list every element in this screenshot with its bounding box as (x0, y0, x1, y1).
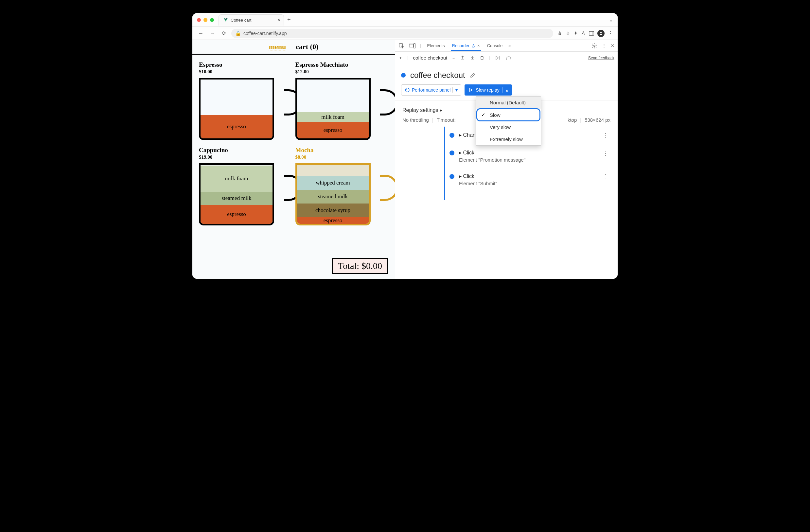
svg-rect-0 (589, 31, 594, 35)
tab-elements[interactable]: Elements (426, 43, 446, 48)
step-title: ▸ Click (459, 173, 596, 179)
devtools-panel: | Elements Recorder × Console » ⋮ ✕ ＋ | (395, 40, 618, 279)
replay-settings-heading[interactable]: Replay settings ▸ (402, 107, 442, 113)
more-tabs-icon[interactable]: » (508, 43, 511, 48)
replay-option-extremely-slow[interactable]: Extremely slow (476, 133, 541, 145)
replay-caret-icon[interactable]: ▴ (502, 87, 508, 93)
url-text: coffee-cart.netlify.app (243, 31, 287, 36)
close-dot[interactable] (197, 18, 201, 22)
product-price: $12.00 (295, 69, 389, 75)
product-card[interactable]: Cappucino $19.00 espressosteamed milkmil… (199, 147, 292, 225)
step-menu-icon[interactable]: ⋮ (601, 149, 611, 157)
profile-avatar[interactable] (597, 30, 604, 37)
recording-select-chevron-icon[interactable]: ⌄ (452, 55, 455, 60)
max-dot[interactable] (210, 18, 214, 22)
devtools-menu-icon[interactable]: ⋮ (602, 43, 606, 48)
new-tab-button[interactable]: + (287, 16, 291, 23)
min-dot[interactable] (204, 18, 207, 22)
replay-option-very-slow[interactable]: Very slow (476, 121, 541, 133)
product-name: Cappucino (199, 147, 292, 154)
labs-icon[interactable] (581, 31, 586, 36)
replay-option-normal[interactable]: Normal (Default) (476, 97, 541, 109)
cup-layer: milk foam (200, 165, 273, 192)
step-menu-icon[interactable]: ⋮ (601, 132, 611, 139)
edit-title-icon[interactable] (470, 72, 476, 78)
product-name: Espresso Macchiato (295, 61, 389, 68)
secure-lock-icon: 🔒 (235, 31, 241, 36)
traffic-lights (197, 18, 214, 22)
product-card[interactable]: Espresso Macchiato $12.00 espressomilk f… (295, 61, 389, 140)
tab-close-icon[interactable]: × (277, 17, 280, 23)
devtools-close-icon[interactable]: ✕ (611, 43, 614, 48)
svg-point-2 (600, 32, 602, 33)
cup-layer: steamed milk (200, 192, 273, 205)
replay-speed-dropdown: Normal (Default) ✓Slow Very slow Extreme… (476, 96, 541, 146)
cup-layer: espresso (297, 122, 369, 139)
timeline-dot-icon (450, 150, 454, 156)
svg-rect-5 (414, 44, 416, 48)
nav-cart-link[interactable]: cart (0) (296, 43, 318, 51)
product-card[interactable]: Espresso $10.00 espresso (199, 61, 292, 140)
recording-title: coffee checkout (410, 71, 465, 80)
continue-icon[interactable] (495, 55, 501, 61)
timeline-step[interactable]: ▸ Click Element "Promotion message" ⋮ (402, 149, 611, 163)
timeline-step[interactable]: ▸ Click Element "Submit" ⋮ (402, 173, 611, 186)
device-toggle-icon[interactable] (409, 43, 416, 48)
performance-panel-button[interactable]: Performance panel ▾ (401, 84, 461, 96)
cup-layer: espresso (200, 115, 273, 139)
nav-menu-link[interactable]: menu (269, 43, 286, 51)
cup-handle (380, 175, 395, 201)
viewport-dims: 538×624 px (585, 117, 611, 123)
replay-option-slow[interactable]: ✓Slow (477, 109, 539, 120)
inspect-icon[interactable] (399, 43, 404, 49)
slow-replay-button[interactable]: Slow replay ▴ (465, 84, 512, 96)
back-button[interactable]: ← (197, 30, 205, 37)
forward-button[interactable]: → (209, 30, 216, 37)
import-icon[interactable] (470, 55, 475, 61)
reload-button[interactable]: ⟳ (221, 30, 227, 37)
product-price: $10.00 (199, 69, 292, 75)
star-icon[interactable]: ☆ (566, 30, 570, 36)
cup-layer (297, 163, 369, 176)
step-subtitle: Element "Submit" (459, 181, 596, 186)
tab-recorder[interactable]: Recorder × (451, 43, 481, 51)
new-recording-icon[interactable]: ＋ (399, 55, 403, 61)
settings-gear-icon[interactable] (592, 43, 597, 49)
vue-icon (224, 18, 228, 22)
tab-console[interactable]: Console (486, 43, 504, 48)
page-nav: menu cart (0) (192, 40, 395, 55)
url-input[interactable]: 🔒 coffee-cart.netlify.app (231, 29, 553, 38)
recorder-toolbar: ＋ | coffee checkout ⌄ | (395, 52, 618, 64)
svg-rect-4 (409, 44, 413, 47)
sidepanel-icon[interactable] (589, 31, 594, 36)
total-box[interactable]: Total: $0.00 (332, 258, 388, 274)
recorder-actions: Performance panel ▾ Slow replay ▴ Normal… (395, 84, 618, 100)
check-icon: ✓ (481, 112, 486, 118)
address-bar: ← → ⟳ 🔒 coffee-cart.netlify.app ☆ ✦ ⋮ (192, 27, 618, 40)
product-card[interactable]: Mocha $8.00 espressochocolate syrupsteam… (295, 147, 389, 225)
page-viewport: menu cart (0) Espresso $10.00 espresso E… (192, 40, 395, 279)
cup-layer: milk foam (297, 112, 369, 122)
delete-icon[interactable] (480, 55, 485, 61)
tabs-dropdown-icon[interactable]: ⌄ (609, 17, 613, 23)
browser-window: Coffee cart × + ⌄ ← → ⟳ 🔒 coffee-cart.ne… (192, 13, 618, 279)
step-menu-icon[interactable]: ⋮ (601, 173, 611, 180)
share-icon[interactable] (557, 31, 562, 36)
chrome-menu-icon[interactable]: ⋮ (608, 30, 613, 36)
browser-tab[interactable]: Coffee cart × (218, 14, 284, 26)
export-icon[interactable] (460, 55, 465, 61)
env-value: ktop (568, 117, 577, 123)
product-price: $8.00 (295, 155, 389, 160)
product-name: Espresso (199, 61, 292, 68)
perf-caret-icon[interactable]: ▾ (452, 87, 458, 93)
step-icon[interactable] (505, 55, 512, 60)
cup-graphic: espressochocolate syrupsteamed milkwhipp… (295, 163, 389, 225)
feedback-link[interactable]: Send feedback (588, 55, 614, 60)
cup-layer: whipped cream (297, 176, 369, 190)
timeline-dot-icon (450, 174, 454, 179)
cup-layer: espresso (200, 205, 273, 224)
extensions-icon[interactable]: ✦ (573, 30, 578, 36)
recording-select[interactable]: coffee checkout (413, 55, 447, 61)
cup-layer: espresso (297, 217, 369, 224)
recording-indicator-icon (401, 73, 406, 78)
